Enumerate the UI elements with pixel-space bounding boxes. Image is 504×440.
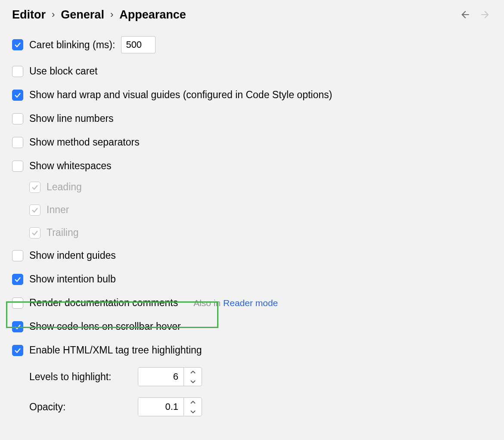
show-hard-wrap-label: Show hard wrap and visual guides (config…	[29, 89, 332, 101]
opacity-stepper-down[interactable]	[184, 407, 202, 416]
show-whitespaces-label: Show whitespaces	[29, 160, 112, 172]
levels-stepper-up[interactable]	[184, 368, 202, 377]
whitespace-inner-label: Inner	[47, 204, 69, 216]
caret-blinking-checkbox[interactable]	[12, 39, 23, 50]
show-intention-bulb-checkbox[interactable]	[12, 274, 23, 285]
back-button[interactable]	[458, 8, 472, 22]
show-whitespaces-checkbox[interactable]	[12, 161, 23, 172]
settings-panel: Caret blinking (ms): Use block caret Sho…	[0, 24, 504, 416]
breadcrumb-item-editor[interactable]: Editor	[12, 8, 46, 22]
opacity-stepper-up[interactable]	[184, 398, 202, 407]
show-intention-bulb-label: Show intention bulb	[29, 273, 116, 285]
show-indent-guides-label: Show indent guides	[29, 250, 116, 261]
opacity-label: Opacity:	[29, 401, 138, 413]
caret-blinking-label: Caret blinking (ms):	[29, 39, 115, 51]
arrow-left-icon	[460, 9, 471, 20]
chevron-up-icon	[190, 401, 196, 404]
chevron-right-icon: ›	[110, 9, 113, 20]
chevron-right-icon: ›	[52, 9, 55, 20]
arrow-right-icon	[479, 9, 491, 20]
whitespace-leading-checkbox	[29, 182, 40, 193]
show-code-lens-label: Show code lens on scrollbar hover	[29, 321, 181, 332]
levels-stepper-down[interactable]	[184, 377, 202, 386]
show-line-numbers-label: Show line numbers	[29, 113, 114, 124]
whitespace-trailing-label: Trailing	[47, 227, 79, 239]
render-doc-comments-checkbox[interactable]	[12, 297, 23, 309]
reader-mode-link[interactable]: Reader mode	[223, 298, 278, 308]
show-method-separators-checkbox[interactable]	[12, 137, 23, 148]
forward-button[interactable]	[478, 8, 492, 22]
breadcrumb-item-general[interactable]: General	[61, 8, 104, 22]
chevron-down-icon	[190, 380, 196, 383]
show-hard-wrap-checkbox[interactable]	[12, 90, 23, 101]
whitespace-inner-checkbox	[29, 205, 40, 216]
breadcrumb-item-appearance[interactable]: Appearance	[119, 8, 186, 22]
levels-to-highlight-input[interactable]	[138, 368, 184, 386]
levels-to-highlight-label: Levels to highlight:	[29, 371, 138, 383]
enable-tag-tree-checkbox[interactable]	[12, 345, 23, 356]
enable-tag-tree-label: Enable HTML/XML tag tree highlighting	[29, 344, 202, 356]
caret-blinking-input[interactable]	[121, 36, 156, 53]
use-block-caret-checkbox[interactable]	[12, 66, 23, 77]
render-doc-hint: Also in Reader mode	[193, 298, 278, 308]
use-block-caret-label: Use block caret	[29, 65, 98, 77]
chevron-up-icon	[190, 371, 196, 374]
show-line-numbers-checkbox[interactable]	[12, 113, 23, 124]
show-method-separators-label: Show method separators	[29, 136, 140, 148]
show-indent-guides-checkbox[interactable]	[12, 250, 23, 261]
chevron-down-icon	[190, 410, 196, 413]
show-code-lens-checkbox[interactable]	[12, 321, 23, 332]
whitespace-leading-label: Leading	[47, 181, 82, 193]
render-doc-comments-label: Render documentation comments	[29, 297, 178, 309]
breadcrumb: Editor › General › Appearance	[12, 8, 186, 22]
whitespace-trailing-checkbox	[29, 227, 40, 239]
opacity-input[interactable]	[138, 398, 184, 416]
